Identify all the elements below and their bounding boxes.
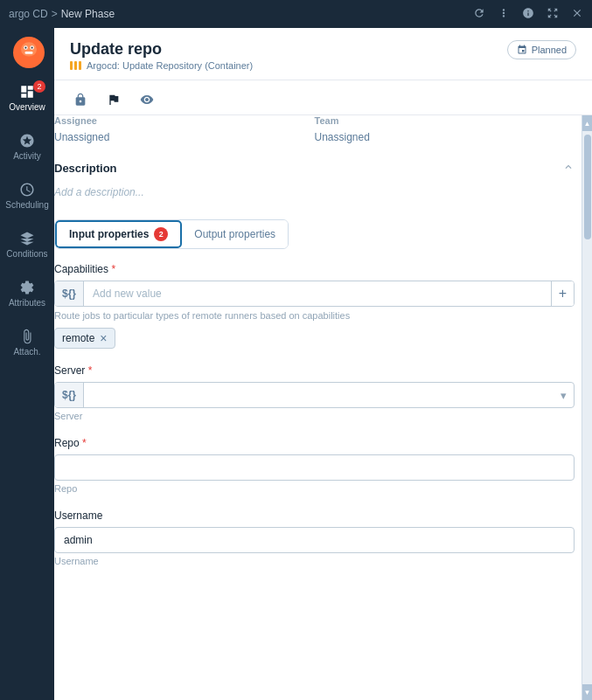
breadcrumb-page: New Phase xyxy=(61,8,115,20)
username-help: Username xyxy=(54,556,575,566)
username-input[interactable] xyxy=(54,527,575,553)
svg-point-1 xyxy=(21,42,37,56)
repo-input[interactable] xyxy=(54,454,575,481)
breadcrumb-sep: > xyxy=(52,8,58,20)
server-chevron-icon: ▾ xyxy=(554,383,574,407)
description-collapse-icon[interactable] xyxy=(562,161,575,176)
close-icon[interactable] xyxy=(571,7,583,22)
tab-input-label: Input properties xyxy=(69,228,149,240)
assignee-value[interactable]: Unassigned xyxy=(54,131,315,143)
repo-label: Repo * xyxy=(54,437,575,449)
tab-input-properties[interactable]: Input properties 2 xyxy=(55,220,182,248)
server-icon-prefix: ${} xyxy=(55,383,84,407)
tab-output-label: Output properties xyxy=(194,228,275,240)
sidebar-item-activity-label: Activity xyxy=(13,151,41,161)
svg-point-5 xyxy=(31,47,33,49)
server-group: Server * ${} ▾ Server xyxy=(54,364,575,421)
sidebar-item-conditions[interactable]: Conditions xyxy=(0,220,54,269)
breadcrumb-root: argo CD xyxy=(9,8,48,20)
svg-point-4 xyxy=(24,47,26,49)
capabilities-input-wrapper: ${} + xyxy=(54,281,575,307)
capabilities-add-button[interactable]: + xyxy=(551,281,574,306)
tag-label: remote xyxy=(62,332,94,344)
tab-lock[interactable] xyxy=(70,87,91,114)
username-label: Username xyxy=(54,509,575,522)
scroll-track[interactable] xyxy=(582,131,592,684)
tab-output-properties[interactable]: Output properties xyxy=(182,220,288,248)
sidebar-item-scheduling[interactable]: Scheduling xyxy=(0,171,54,220)
refresh-icon[interactable] xyxy=(473,7,485,22)
content-area: Update repo Argocd: Update Repository (C… xyxy=(54,28,592,700)
scroll-down-button[interactable]: ▼ xyxy=(582,684,592,700)
assignee-field: Assignee Unassigned xyxy=(54,115,315,143)
avatar xyxy=(13,37,41,65)
sidebar: 2 Overview Activity Scheduling Condition… xyxy=(0,28,54,700)
capabilities-input[interactable] xyxy=(84,281,551,306)
sidebar-item-attach-label: Attach. xyxy=(13,347,40,357)
scrollbar[interactable]: ▲ ▼ xyxy=(582,115,592,700)
overview-badge: 2 xyxy=(33,80,45,93)
server-help: Server xyxy=(54,411,575,421)
username-group: Username Username xyxy=(54,509,575,566)
sidebar-item-overview[interactable]: 2 Overview xyxy=(0,73,54,122)
sidebar-item-attributes-label: Attributes xyxy=(9,298,45,308)
header-left: Update repo Argocd: Update Repository (C… xyxy=(70,40,253,71)
subtitle-icon xyxy=(70,61,81,70)
header: Update repo Argocd: Update Repository (C… xyxy=(54,28,592,80)
server-input-wrapper: ${} ▾ xyxy=(54,382,575,408)
sidebar-item-attributes[interactable]: Attributes xyxy=(0,269,54,318)
sidebar-item-conditions-label: Conditions xyxy=(6,249,47,259)
repo-help: Repo xyxy=(54,483,575,494)
svg-rect-6 xyxy=(25,52,33,54)
description-header: Description xyxy=(54,161,575,176)
capabilities-help: Route jobs to particular types of remote… xyxy=(54,310,575,321)
property-tabs: Input properties 2 Output properties xyxy=(54,219,289,249)
expand-icon[interactable] xyxy=(547,7,559,22)
capabilities-tags: remote × xyxy=(54,328,575,349)
server-select[interactable] xyxy=(84,383,554,407)
assignee-label: Assignee xyxy=(54,115,315,126)
capabilities-icon-prefix: ${} xyxy=(55,281,84,306)
assignee-team-row: Assignee Unassigned Team Unassigned xyxy=(54,115,575,143)
scroll-handle[interactable] xyxy=(584,135,591,239)
tab-eye[interactable] xyxy=(136,87,157,114)
description-placeholder[interactable]: Add a description... xyxy=(54,183,575,202)
subtitle-text: Argocd: Update Repository (Container) xyxy=(87,60,253,71)
more-icon[interactable] xyxy=(498,7,510,22)
capability-tag-remote: remote × xyxy=(54,328,115,349)
breadcrumb: argo CD > New Phase xyxy=(9,8,473,20)
sidebar-item-attach[interactable]: Attach. xyxy=(0,318,54,367)
input-badge: 2 xyxy=(154,227,168,241)
body-main: Assignee Unassigned Team Unassigned Desc… xyxy=(54,115,582,700)
tab-flag[interactable] xyxy=(103,87,124,114)
description-title: Description xyxy=(54,162,117,175)
server-label: Server * xyxy=(54,364,575,377)
planned-badge: Planned xyxy=(507,40,576,59)
team-label: Team xyxy=(315,115,575,126)
description-section: Description Add a description... xyxy=(54,161,575,202)
capabilities-group: Capabilities * ${} + Route jobs to parti… xyxy=(54,263,575,349)
sidebar-item-overview-label: Overview xyxy=(9,102,45,112)
top-bar: argo CD > New Phase xyxy=(0,0,592,28)
tabs-row xyxy=(54,80,592,115)
info-icon[interactable] xyxy=(522,7,534,22)
badge-label: Planned xyxy=(532,45,567,55)
capabilities-label: Capabilities * xyxy=(54,263,575,275)
sidebar-item-scheduling-label: Scheduling xyxy=(5,200,48,210)
sidebar-item-activity[interactable]: Activity xyxy=(0,122,54,171)
repo-group: Repo * Repo xyxy=(54,437,575,494)
tag-remove-icon[interactable]: × xyxy=(100,331,107,345)
team-value[interactable]: Unassigned xyxy=(315,131,575,143)
team-field: Team Unassigned xyxy=(315,115,575,143)
top-bar-icons xyxy=(473,7,583,22)
page-title: Update repo xyxy=(70,40,253,59)
scroll-up-button[interactable]: ▲ xyxy=(582,115,592,131)
header-subtitle: Argocd: Update Repository (Container) xyxy=(70,60,253,71)
